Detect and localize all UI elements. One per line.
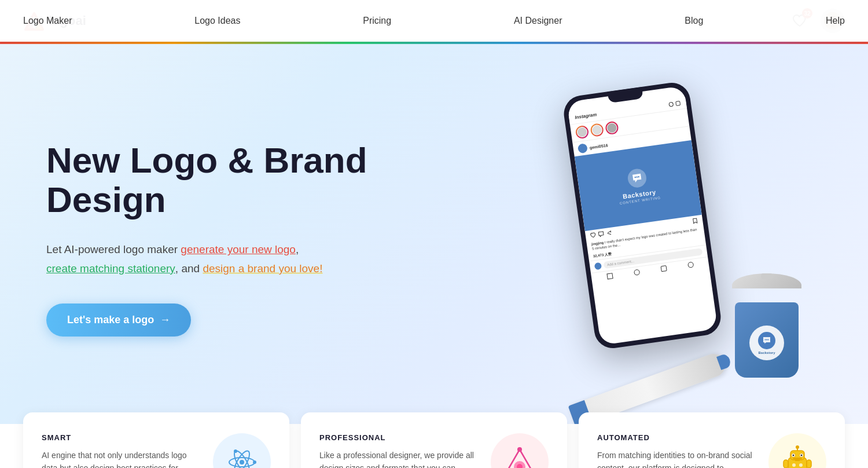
svg-point-38 xyxy=(792,463,796,467)
feature-tag-automated: AUTOMATED xyxy=(597,433,757,442)
search-icon-phone xyxy=(633,269,639,275)
navbar: logoai Logo Maker Logo Ideas Pricing AI … xyxy=(0,0,868,42)
svg-point-19 xyxy=(253,460,256,464)
nav-links: Logo Maker Logo Ideas Pricing AI Designe… xyxy=(0,0,868,42)
cup-logo: Backstory xyxy=(749,326,784,360)
hero-section: New Logo & Brand Design Let AI-powered l… xyxy=(0,42,868,424)
feature-icon-smart xyxy=(213,433,271,468)
nav-link-ai-designer[interactable]: AI Designer xyxy=(514,16,562,26)
feature-tag-professional: PROFESSIONAL xyxy=(319,433,479,442)
hero-content: New Logo & Brand Design Let AI-powered l… xyxy=(46,141,434,337)
svg-point-31 xyxy=(796,445,799,449)
feature-card-automated: AUTOMATED From matching identities to on… xyxy=(579,412,845,468)
nav-link-logo-maker[interactable]: Logo Maker xyxy=(23,16,72,26)
feature-desc-automated: From matching identities to on-brand soc… xyxy=(597,449,757,468)
home-icon xyxy=(606,273,613,279)
subtitle-part3: , and xyxy=(175,262,203,275)
svg-rect-42 xyxy=(807,460,811,468)
profile-icon xyxy=(687,261,693,268)
svg-rect-41 xyxy=(784,460,788,468)
subtitle-link2[interactable]: create matching stationery xyxy=(46,262,175,275)
cup-brand-name: Backstory xyxy=(758,351,775,354)
nav-link-help[interactable]: Help xyxy=(826,16,845,26)
story-3 xyxy=(605,120,619,135)
svg-point-12 xyxy=(765,339,766,340)
add-icon xyxy=(660,265,667,272)
hero-subtitle: Let AI-powered logo maker generate your … xyxy=(46,240,434,278)
svg-point-24 xyxy=(517,447,522,452)
subtitle-part2: , xyxy=(296,243,299,255)
story-1 xyxy=(575,125,590,140)
nav-link-blog[interactable]: Blog xyxy=(685,16,703,26)
svg-point-34 xyxy=(793,455,795,456)
coffee-cup: Backstory xyxy=(735,273,810,378)
chat-bubble-icon xyxy=(631,172,643,184)
instagram-icons xyxy=(668,101,681,107)
story-2 xyxy=(590,123,604,137)
feature-icon-professional xyxy=(491,433,549,468)
robot-icon xyxy=(780,445,815,468)
cup-chat-icon xyxy=(758,332,775,349)
hero-image: Instagram xyxy=(434,76,822,401)
instagram-label: Instagram xyxy=(575,112,597,120)
share-icon xyxy=(606,230,612,236)
chat-icon-wrap xyxy=(627,168,648,189)
cup-bubble-icon xyxy=(762,336,771,345)
feature-desc-professional: Like a professional designer, we provide… xyxy=(319,449,479,468)
features-section: SMART AI engine that not only understand… xyxy=(0,412,868,468)
cta-arrow-icon: → xyxy=(160,314,170,326)
cta-button[interactable]: Let's make a logo → xyxy=(46,304,191,337)
cta-label: Let's make a logo xyxy=(67,314,154,326)
feature-card-smart: SMART AI engine that not only understand… xyxy=(23,412,289,468)
nav-left: logoai Logo Maker Logo Ideas Pricing AI … xyxy=(23,10,86,32)
svg-point-39 xyxy=(799,463,803,467)
svg-point-14 xyxy=(768,339,769,340)
svg-point-15 xyxy=(240,460,244,465)
subtitle-part1: Let AI-powered logo maker xyxy=(46,243,181,255)
post-username: gemi0516 xyxy=(589,143,608,149)
feature-tag-smart: SMART xyxy=(42,433,201,442)
svg-rect-37 xyxy=(795,459,800,461)
feature-desc-smart: AI engine that not only understands logo… xyxy=(42,449,201,468)
atom-icon xyxy=(225,445,259,468)
feature-text-automated: AUTOMATED From matching identities to on… xyxy=(597,433,757,468)
save-icon xyxy=(692,218,698,224)
nav-link-logo-ideas[interactable]: Logo Ideas xyxy=(194,16,240,26)
feature-text-smart: SMART AI engine that not only understand… xyxy=(42,433,201,468)
svg-rect-36 xyxy=(793,458,802,459)
svg-point-13 xyxy=(766,339,767,340)
svg-point-20 xyxy=(234,449,237,453)
feature-card-professional: PROFESSIONAL Like a professional designe… xyxy=(301,412,567,468)
svg-point-35 xyxy=(801,455,803,456)
comment-icon xyxy=(598,231,604,237)
phone-mockup: Instagram xyxy=(561,81,723,350)
cup-body: Backstory xyxy=(735,302,799,378)
subtitle-link3[interactable]: design a brand you love! xyxy=(203,262,322,275)
pen-tip xyxy=(716,353,732,370)
cup-lid xyxy=(732,273,801,288)
insta-icon2 xyxy=(675,101,681,106)
like-icon xyxy=(590,232,596,239)
left-icons xyxy=(590,230,612,239)
phone-screen: Instagram xyxy=(567,86,718,345)
feature-icon-automated xyxy=(768,433,826,468)
feature-text-professional: PROFESSIONAL Like a professional designe… xyxy=(319,433,479,468)
subtitle-link1[interactable]: generate your new logo xyxy=(181,243,296,255)
insta-icon1 xyxy=(668,101,674,107)
nav-link-pricing[interactable]: Pricing xyxy=(363,16,391,26)
hero-title: New Logo & Brand Design xyxy=(46,141,434,220)
design-icon xyxy=(502,445,537,468)
